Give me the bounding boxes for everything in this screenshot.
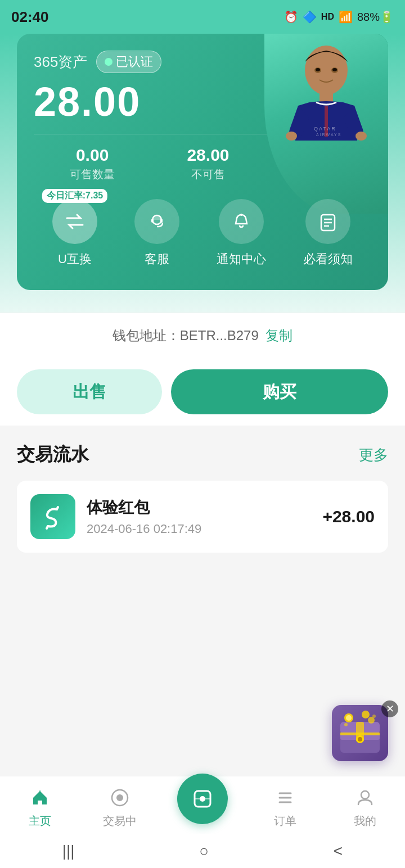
svg-point-34 xyxy=(116,794,123,801)
sell-button[interactable]: 出售 xyxy=(17,369,162,414)
balance-item-available: 0.00 可售数量 xyxy=(70,146,115,182)
balance-item-locked: 28.00 不可售 xyxy=(187,146,229,182)
svg-point-31 xyxy=(372,715,376,718)
verified-dot-icon xyxy=(105,58,112,66)
svg-text:QATAR: QATAR xyxy=(314,126,336,132)
nav-center[interactable] xyxy=(177,790,228,824)
back-button[interactable]: < xyxy=(317,837,359,866)
home-icon xyxy=(28,785,52,810)
available-label: 可售数量 xyxy=(70,167,115,182)
notify-button[interactable] xyxy=(219,199,264,244)
tx-info: 体验红包 2024-06-16 02:17:49 xyxy=(87,497,311,536)
locked-value: 28.00 xyxy=(187,146,229,165)
recents-button[interactable]: ||| xyxy=(46,837,92,866)
signal-icon: 📶 xyxy=(339,10,353,24)
trade-buttons: 出售 购买 xyxy=(0,358,405,426)
nav-profile[interactable]: 我的 xyxy=(343,785,388,829)
svg-point-7 xyxy=(286,132,297,141)
tx-name: 体验红包 xyxy=(87,497,311,518)
rate-badge: 今日汇率:7.35 xyxy=(42,189,107,203)
tx-time: 2024-06-16 02:17:49 xyxy=(87,522,311,536)
status-bar: 02:40 ⏰ 🔷 HD 📶 88%🔋 xyxy=(0,0,405,34)
action-service[interactable]: 客服 xyxy=(134,199,179,268)
alarm-icon: ⏰ xyxy=(284,10,298,24)
svg-point-30 xyxy=(344,723,348,726)
center-button[interactable] xyxy=(177,774,228,824)
svg-text:AIRWAYS: AIRWAYS xyxy=(316,133,341,137)
svg-point-27 xyxy=(346,715,352,721)
available-value: 0.00 xyxy=(70,146,115,165)
transaction-section: 交易流水 更多 体验红包 2024-06-16 02:17:49 +28.00 xyxy=(0,426,405,564)
player-image: QATAR AIRWAYS xyxy=(264,34,388,214)
trading-icon xyxy=(107,785,132,810)
orders-icon xyxy=(273,785,298,810)
nav-home[interactable]: 主页 xyxy=(17,785,62,829)
svg-point-0 xyxy=(305,46,348,95)
svg-point-14 xyxy=(240,214,242,216)
more-link[interactable]: 更多 xyxy=(359,445,388,465)
svg-point-28 xyxy=(362,711,370,718)
svg-rect-12 xyxy=(151,219,154,223)
svg-point-41 xyxy=(361,791,369,799)
battery-icon: 88%🔋 xyxy=(357,10,394,24)
tx-icon xyxy=(30,494,75,539)
wallet-address: 钱包地址：BETR...B279 xyxy=(112,328,259,343)
svg-point-3 xyxy=(316,68,320,71)
wallet-section: 钱包地址：BETR...B279 复制 xyxy=(0,313,405,358)
chest-body[interactable] xyxy=(332,705,388,761)
notify-label: 通知中心 xyxy=(217,251,266,268)
exchange-label: U互换 xyxy=(58,251,92,268)
nav-orders-label: 订单 xyxy=(274,813,296,829)
nav-trading-label: 交易中 xyxy=(103,813,137,829)
hd-icon: HD xyxy=(321,12,334,22)
svg-point-32 xyxy=(39,790,41,792)
action-notice[interactable]: 必看须知 xyxy=(303,199,353,268)
status-time: 02:40 xyxy=(11,8,49,26)
close-icon: ✕ xyxy=(386,703,394,715)
service-button[interactable] xyxy=(134,199,179,244)
profile-icon xyxy=(353,785,377,810)
service-label: 客服 xyxy=(145,251,169,268)
svg-point-25 xyxy=(358,737,362,742)
exchange-button[interactable]: 今日汇率:7.35 xyxy=(52,199,97,244)
svg-point-8 xyxy=(356,132,367,141)
player-decoration: QATAR AIRWAYS xyxy=(281,39,371,152)
svg-rect-6 xyxy=(325,106,328,137)
chest-close-button[interactable]: ✕ xyxy=(381,700,398,717)
buy-button[interactable]: 购买 xyxy=(171,369,388,414)
action-exchange[interactable]: 今日汇率:7.35 U互换 xyxy=(52,199,97,268)
action-notify[interactable]: 通知中心 xyxy=(217,199,266,268)
locked-label: 不可售 xyxy=(187,167,229,182)
top-area: QATAR AIRWAYS 365资产 已认证 28.00 0.00 可售数量 … xyxy=(0,34,405,313)
sys-nav: ||| ○ < xyxy=(0,834,405,868)
notice-button[interactable] xyxy=(305,199,350,244)
status-icons: ⏰ 🔷 HD 📶 88%🔋 xyxy=(284,10,394,24)
bluetooth-icon: 🔷 xyxy=(303,10,317,24)
nav-orders[interactable]: 订单 xyxy=(263,785,308,829)
section-title: 交易流水 xyxy=(17,442,89,467)
copy-button[interactable]: 复制 xyxy=(266,328,292,343)
nav-profile-label: 我的 xyxy=(354,813,376,829)
nav-trading[interactable]: 交易中 xyxy=(97,785,142,829)
bottom-nav: 主页 交易中 订单 xyxy=(0,776,405,834)
card-title: 365资产 xyxy=(34,52,87,72)
home-button[interactable]: ○ xyxy=(182,837,226,866)
content-spacer xyxy=(0,564,405,665)
verified-badge: 已认证 xyxy=(96,51,161,73)
verified-label: 已认证 xyxy=(116,53,153,70)
section-header: 交易流水 更多 xyxy=(17,442,388,467)
main-card: QATAR AIRWAYS 365资产 已认证 28.00 0.00 可售数量 … xyxy=(17,34,388,290)
tx-amount: +28.00 xyxy=(322,507,375,526)
notice-label: 必看须知 xyxy=(303,251,353,268)
transaction-card: 体验红包 2024-06-16 02:17:49 +28.00 xyxy=(17,481,388,553)
nav-home-label: 主页 xyxy=(29,813,51,829)
svg-point-4 xyxy=(332,68,337,71)
floating-chest[interactable]: ✕ xyxy=(332,705,394,767)
action-row: 今日汇率:7.35 U互换 客服 xyxy=(34,199,371,268)
svg-rect-13 xyxy=(160,219,163,223)
